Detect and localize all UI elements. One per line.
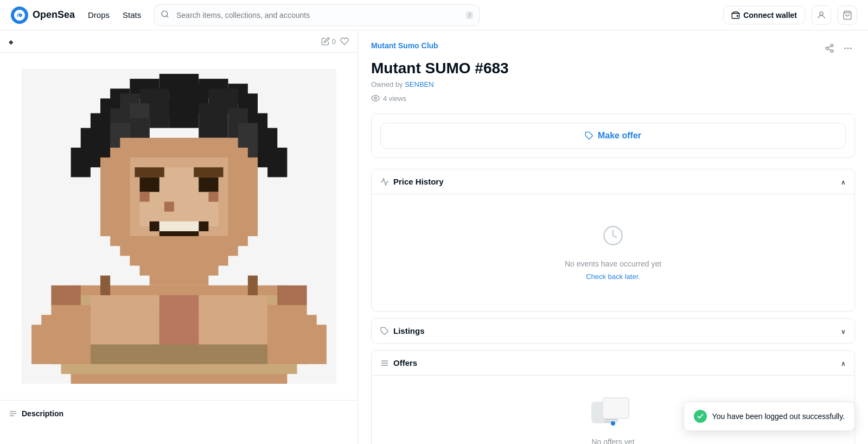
views-row: 4 views [371,94,855,103]
svg-rect-48 [139,192,149,202]
nft-owner: Owned by SENBEN [371,80,855,88]
more-icon [843,43,853,53]
offers-header[interactable]: Offers [372,351,854,375]
price-history-icon [380,177,389,186]
navbar-link-drops[interactable]: Drops [88,10,110,20]
search-slash-badge: / [466,11,473,19]
make-offer-button[interactable]: Make offer [380,123,846,149]
svg-rect-41 [135,167,164,177]
share-icon [825,43,834,53]
connect-wallet-button[interactable]: Connect wallet [723,6,805,24]
offers-chevron [841,359,846,367]
svg-rect-62 [90,345,267,364]
toast-check-icon [694,410,707,423]
offer-line-1 [604,419,617,420]
price-history-empty: No events have occurred yet Check back l… [380,203,846,302]
svg-rect-42 [194,167,223,177]
edit-count: 0 [332,37,336,46]
svg-point-3 [737,15,738,16]
right-panel: Mutant Sumo Club Mutant SUMO #683 Owned … [358,30,868,444]
edit-icon [321,37,330,46]
svg-point-79 [850,48,852,49]
svg-point-0 [162,11,168,17]
svg-rect-39 [139,177,159,192]
offers-title: Offers [393,358,417,367]
eth-icon [9,37,13,46]
svg-rect-61 [277,286,307,305]
pixel-art-svg [22,69,336,384]
make-offer-section: Make offer [371,113,855,158]
make-offer-label: Make offer [598,131,641,141]
search-icon [161,10,169,20]
views-count: 4 views [383,94,406,103]
profile-icon-button[interactable] [812,5,831,25]
svg-rect-40 [199,177,218,192]
price-history-empty-subtitle[interactable]: Check back later. [586,272,640,281]
navbar-link-stats[interactable]: Stats [123,10,141,20]
offer-dot [611,421,615,426]
nft-image [22,69,336,384]
toast-notification: You have been logged out successfully. [684,402,855,431]
svg-rect-23 [199,103,228,137]
share-button[interactable] [822,41,837,58]
svg-rect-67 [100,276,110,295]
price-history-header[interactable]: Price History [372,169,854,194]
views-icon [371,94,380,103]
price-history-section: Price History No events have occurred ye… [371,169,855,312]
listings-section: Listings [371,318,855,344]
svg-rect-60 [51,286,80,305]
left-panel: 0 [0,30,358,444]
listings-title: Listings [393,326,425,335]
owner-link[interactable]: SENBEN [405,80,433,88]
search-input[interactable] [154,4,480,26]
svg-rect-49 [208,192,218,202]
svg-line-1 [167,16,168,17]
svg-rect-44 [149,221,159,231]
offers-illustration [591,397,635,430]
svg-rect-47 [159,221,199,231]
profile-icon [816,10,826,20]
svg-rect-53 [149,266,208,286]
navbar-search: / [154,4,480,26]
navbar: OpenSea Drops Stats / Connect wallet [0,0,868,30]
svg-rect-43 [164,202,174,212]
opensea-logo[interactable]: OpenSea [11,7,75,24]
svg-point-80 [374,97,376,99]
clock-icon [602,225,624,251]
price-history-body: No events have occurred yet Check back l… [372,194,854,311]
connect-wallet-label: Connect wallet [743,11,797,20]
more-options-button[interactable] [841,41,855,58]
offers-header-left: Offers [380,358,417,367]
svg-line-76 [828,46,831,48]
collection-link[interactable]: Mutant Sumo Club [371,41,438,50]
listings-chevron [841,327,846,335]
svg-point-73 [826,47,828,50]
right-panel-header: Mutant Sumo Club [371,41,855,58]
svg-point-72 [831,45,833,47]
favorite-button[interactable] [340,37,349,46]
navbar-actions: Connect wallet [723,5,857,25]
listings-header-left: Listings [380,326,425,335]
svg-rect-22 [169,98,198,128]
cart-icon-button[interactable] [838,5,857,25]
svg-rect-21 [149,98,169,128]
description-bar[interactable]: Description [0,400,358,427]
image-toolbar: 0 [0,30,358,53]
svg-rect-36 [238,157,257,236]
svg-rect-46 [199,221,208,231]
price-history-header-left: Price History [380,177,444,186]
listings-header[interactable]: Listings [372,319,854,343]
svg-point-4 [820,12,823,15]
svg-line-75 [828,49,831,50]
edit-button[interactable]: 0 [321,37,336,46]
header-actions [822,41,855,58]
svg-rect-66 [297,325,326,364]
svg-point-74 [831,50,833,53]
description-label: Description [22,409,63,418]
svg-point-78 [847,48,849,49]
opensea-logo-icon [11,7,28,24]
price-history-title: Price History [393,177,444,186]
svg-rect-31 [71,148,90,177]
checkmark-icon [697,413,704,420]
nft-title: Mutant SUMO #683 [371,60,855,77]
